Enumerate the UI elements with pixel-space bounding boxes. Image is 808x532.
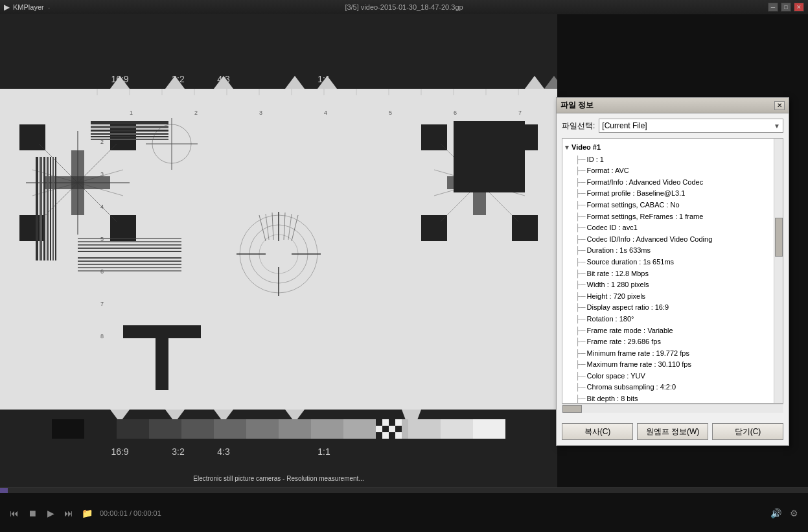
close-dialog-button[interactable]: 닫기(C): [712, 423, 783, 440]
svg-rect-112: [78, 270, 181, 272]
svg-rect-144: [395, 419, 402, 426]
svg-rect-120: [279, 419, 311, 439]
stop-button[interactable]: ⏹: [25, 505, 40, 521]
svg-rect-67: [91, 126, 168, 128]
info-panel[interactable]: ▾Video #1├─ID : 1├─Format : AVC├─Format/…: [562, 138, 783, 404]
svg-text:7: 7: [100, 301, 104, 307]
minimize-button[interactable]: ─: [768, 3, 778, 12]
settings-button[interactable]: ⚙: [786, 505, 802, 521]
tree-item: ├─Width : 1 280 pixels: [562, 279, 783, 291]
svg-rect-107: [78, 238, 181, 239]
svg-rect-70: [91, 136, 168, 137]
svg-rect-152: [395, 432, 402, 439]
svg-rect-116: [149, 419, 181, 439]
restore-button[interactable]: □: [781, 3, 791, 12]
horizontal-scrollbar[interactable]: [562, 404, 783, 413]
svg-text:3: 3: [259, 110, 262, 116]
svg-text:6: 6: [454, 110, 457, 116]
volume-button[interactable]: 🔊: [768, 505, 783, 521]
tree-item: ├─ID : 1: [562, 154, 783, 166]
play-next-button[interactable]: ⏭: [61, 505, 76, 521]
svg-rect-87: [156, 338, 168, 390]
dropdown-arrow-icon: ▼: [774, 122, 780, 130]
open-button[interactable]: 📁: [79, 505, 95, 521]
separator: -: [48, 3, 51, 11]
tree-item: ├─Format : AVC: [562, 165, 783, 177]
svg-text:2: 2: [194, 110, 198, 116]
play-prev-button[interactable]: ⏮: [6, 505, 22, 521]
svg-rect-110: [78, 264, 181, 265]
info-tree: ▾Video #1├─ID : 1├─Format : AVC├─Format/…: [562, 139, 783, 404]
tree-item: ├─Rotation : 180°: [562, 314, 783, 325]
svg-rect-63: [50, 157, 51, 260]
svg-text:5: 5: [389, 110, 392, 116]
tree-item: ├─Format settings, ReFrames : 1 frame: [562, 211, 783, 223]
tree-item: ├─Maximum frame rate : 30.110 fps: [562, 359, 783, 371]
dialog-close-button[interactable]: ✕: [774, 101, 785, 110]
file-select-value: [Current File]: [602, 121, 647, 130]
svg-rect-105: [78, 244, 181, 246]
svg-rect-147: [389, 426, 395, 432]
tree-item: ├─Chroma subsampling : 4:2:0: [562, 382, 783, 393]
titlebar-buttons: ─ □ ✕: [768, 3, 804, 12]
svg-rect-145: [376, 426, 382, 432]
tree-item: ├─Format settings, CABAC : No: [562, 200, 783, 211]
progress-fill: [0, 488, 8, 493]
time-display: 00:00:01 / 00:00:01: [100, 509, 161, 517]
svg-rect-65: [55, 157, 56, 260]
svg-rect-121: [311, 419, 343, 439]
svg-text:3:2: 3:2: [172, 446, 185, 457]
scrollbar-thumb[interactable]: [775, 218, 783, 257]
file-select-dropdown[interactable]: [Current File] ▼: [599, 119, 783, 133]
svg-rect-60: [40, 157, 42, 260]
svg-rect-1: [0, 14, 557, 89]
svg-rect-119: [246, 419, 279, 439]
mediainfo-button[interactable]: 원엠프 정보(W): [637, 423, 708, 440]
tree-item: ├─Format/Info : Advanced Video Codec: [562, 177, 783, 189]
tree-item: ├─Frame rate mode : Variable: [562, 325, 783, 337]
tree-item: ├─Codec ID/Info : Advanced Video Coding: [562, 234, 783, 246]
bottom-bar: ⏮ ⏹ ▶ ⏭ 📁 00:00:01 / 00:00:01 🔊 ⚙: [0, 487, 808, 532]
svg-rect-122: [343, 419, 376, 439]
svg-rect-68: [91, 130, 168, 132]
svg-rect-150: [382, 432, 389, 439]
svg-text:2: 2: [100, 139, 104, 145]
window-title: [3/5] video-2015-01-30_18-47-20.3gp: [0, 0, 808, 14]
dialog-titlebar[interactable]: 파일 정보 ✕: [557, 98, 789, 113]
tree-item: ├─Bit depth : 8 bits: [562, 393, 783, 404]
play-pause-button[interactable]: ▶: [43, 505, 58, 521]
tree-item: ├─Source duration : 1s 651ms: [562, 257, 783, 268]
svg-rect-62: [47, 157, 49, 260]
tree-item: ├─Display aspect ratio : 16:9: [562, 302, 783, 314]
svg-rect-149: [376, 432, 382, 439]
file-select-row: 파일선택: [Current File] ▼: [562, 119, 783, 133]
test-chart: 16:9 3:2 4:3 1:1 16:9 3:2 4:3 1:1: [0, 14, 557, 487]
svg-text:6: 6: [100, 268, 104, 275]
svg-text:4:3: 4:3: [217, 446, 230, 457]
svg-text:1:1: 1:1: [317, 446, 330, 457]
svg-text:8: 8: [100, 333, 104, 340]
svg-rect-106: [78, 241, 181, 242]
svg-text:Electronic still picture camer: Electronic still picture cameras - Resol…: [193, 475, 364, 482]
tree-item: ├─Frame rate : 29.686 fps: [562, 336, 783, 348]
svg-rect-64: [52, 157, 54, 260]
scrollbar[interactable]: [774, 139, 783, 403]
svg-rect-143: [389, 419, 395, 426]
svg-rect-148: [395, 426, 402, 432]
svg-rect-111: [78, 267, 181, 268]
svg-text:4: 4: [324, 110, 327, 116]
dialog-body: 파일선택: [Current File] ▼ ▾Video #1├─ID : 1…: [557, 113, 789, 418]
svg-rect-142: [382, 419, 389, 426]
tree-item: ├─Height : 720 pixels: [562, 291, 783, 303]
horizontal-scrollbar-thumb[interactable]: [562, 405, 582, 413]
titlebar-left: ▶ KMPlayer -: [4, 3, 50, 12]
controls-area: ⏮ ⏹ ▶ ⏭ 📁 00:00:01 / 00:00:01 🔊 ⚙: [0, 493, 808, 532]
dialog-footer: 복사(C) 원엠프 정보(W) 닫기(C): [557, 418, 789, 445]
svg-text:16:9: 16:9: [111, 446, 128, 457]
svg-rect-113: [52, 419, 84, 439]
copy-button[interactable]: 복사(C): [562, 423, 633, 440]
svg-rect-59: [36, 157, 38, 260]
progress-bar[interactable]: [0, 488, 808, 493]
close-button[interactable]: ✕: [794, 3, 804, 12]
file-select-label: 파일선택:: [562, 121, 595, 132]
